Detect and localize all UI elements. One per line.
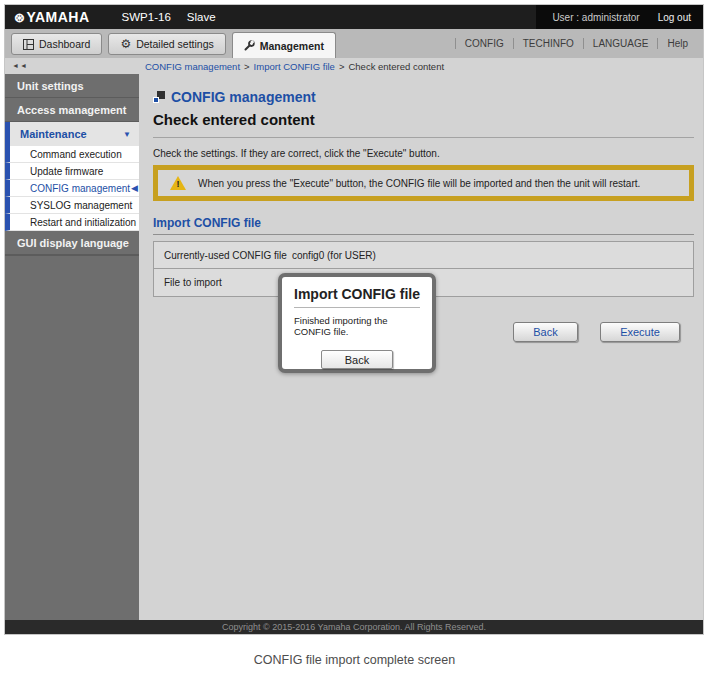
- breadcrumb-separator: >: [244, 61, 250, 72]
- sidebar-item-unit-settings[interactable]: Unit settings: [5, 74, 139, 98]
- stack-mode-label: Slave: [187, 11, 216, 23]
- utility-links: CONFIG TECHINFO LANGUAGE Help: [455, 29, 697, 58]
- row-value: config0 (for USER): [292, 250, 376, 261]
- copyright-text: Copyright © 2015-2016 Yamaha Corporation…: [222, 622, 486, 632]
- tab-dashboard-label: Dashboard: [39, 38, 90, 50]
- breadcrumb: CONFIG management > Import CONFIG file >…: [5, 61, 444, 72]
- execute-button[interactable]: Execute: [600, 322, 680, 342]
- link-config[interactable]: CONFIG: [456, 38, 513, 49]
- sidebar-item-config-management[interactable]: CONFIG management ◀: [5, 180, 139, 197]
- sidebar-item-restart-and-initialization[interactable]: Restart and initialization: [5, 214, 139, 231]
- section-heading-label: CONFIG management: [171, 89, 316, 105]
- dialog-actions: Back: [294, 350, 420, 369]
- figure-caption: CONFIG file import complete screen: [0, 653, 709, 667]
- row-label: Currently-used CONFIG file: [154, 250, 292, 261]
- tab-bar: Dashboard ⚙ Detailed settings Management…: [5, 29, 703, 58]
- dialog-title: Import CONFIG file: [294, 286, 420, 308]
- sidebar-collapse-icon[interactable]: ◄◄: [12, 62, 28, 69]
- sidebar-item-label: CONFIG management: [30, 183, 130, 194]
- sidebar-item-label: Restart and initialization: [30, 217, 136, 228]
- sidebar-item-label: Unit settings: [17, 80, 84, 92]
- sidebar-item-syslog-management[interactable]: SYSLOG management: [5, 197, 139, 214]
- dialog-message: Finished importing the CONFIG file.: [294, 315, 420, 337]
- sidebar-item-label: Update firmware: [30, 166, 103, 177]
- tab-detailed-settings[interactable]: ⚙ Detailed settings: [108, 33, 225, 55]
- yamaha-logo: ⊛ YAMAHA: [14, 9, 90, 25]
- tab-management[interactable]: Management: [232, 32, 336, 58]
- app-window: ⊛ YAMAHA SWP1-16 Slave User : administra…: [4, 4, 704, 635]
- subsection-title: Import CONFIG file: [153, 216, 694, 235]
- sidebar-item-update-firmware[interactable]: Update firmware: [5, 163, 139, 180]
- dashboard-icon: [23, 39, 34, 50]
- link-techinfo[interactable]: TECHINFO: [514, 38, 583, 49]
- warning-banner: When you press the "Execute" button, the…: [153, 165, 694, 201]
- window-icon: [153, 91, 165, 103]
- link-language[interactable]: LANGUAGE: [584, 38, 658, 49]
- breadcrumb-import-config-file[interactable]: Import CONFIG file: [254, 61, 335, 72]
- tab-dashboard[interactable]: Dashboard: [11, 33, 102, 55]
- session-area: User : administrator Log out: [536, 5, 703, 29]
- sidebar-item-label: SYSLOG management: [30, 200, 132, 211]
- chevron-down-icon: ▼: [123, 130, 131, 139]
- sidebar-item-gui-display-language[interactable]: GUI display language: [5, 231, 139, 255]
- logged-in-user: User : administrator: [552, 12, 639, 23]
- table-row: Currently-used CONFIG file config0 (for …: [154, 242, 693, 269]
- top-bar: ⊛ YAMAHA SWP1-16 Slave User : administra…: [5, 5, 703, 29]
- back-button[interactable]: Back: [513, 322, 578, 342]
- sidebar-item-label: Command execution: [30, 149, 122, 160]
- divider: [153, 137, 694, 138]
- tab-detailed-settings-label: Detailed settings: [136, 38, 214, 50]
- breadcrumb-row: ◄◄ CONFIG management > Import CONFIG fil…: [5, 58, 703, 74]
- row-label: File to import: [154, 277, 292, 288]
- import-complete-dialog: Import CONFIG file Finished importing th…: [278, 273, 436, 373]
- gear-icon: ⚙: [120, 38, 131, 50]
- sidebar-item-label: Access management: [17, 104, 126, 116]
- tab-management-label: Management: [260, 40, 324, 52]
- sidebar-item-label: Maintenance: [20, 128, 87, 140]
- sidebar-item-maintenance[interactable]: Maintenance ▼: [5, 122, 139, 146]
- wrench-icon: [244, 40, 255, 51]
- section-heading: CONFIG management: [153, 89, 694, 105]
- yamaha-tuning-fork-icon: ⊛: [14, 10, 25, 25]
- yamaha-logo-text: YAMAHA: [26, 9, 89, 25]
- footer: Copyright © 2015-2016 Yamaha Corporation…: [5, 620, 703, 634]
- breadcrumb-current-page: Check entered content: [348, 61, 444, 72]
- instruction-text: Check the settings. If they are correct,…: [153, 148, 694, 159]
- page-title: Check entered content: [153, 111, 694, 128]
- breadcrumb-separator: >: [339, 61, 345, 72]
- sidebar-item-label: GUI display language: [17, 237, 129, 249]
- warning-triangle-icon: [170, 176, 186, 190]
- breadcrumb-config-management[interactable]: CONFIG management: [145, 61, 240, 72]
- model-name: SWP1-16: [122, 11, 171, 23]
- link-help[interactable]: Help: [658, 38, 697, 49]
- dialog-back-button[interactable]: Back: [321, 350, 393, 369]
- logout-link[interactable]: Log out: [658, 12, 691, 23]
- sidebar: Unit settings Access management Maintena…: [5, 74, 139, 620]
- selected-item-arrow-icon: ◀: [131, 183, 138, 193]
- sidebar-filler: [5, 255, 139, 620]
- sidebar-item-access-management[interactable]: Access management: [5, 98, 139, 122]
- sidebar-item-command-execution[interactable]: Command execution: [5, 146, 139, 163]
- warning-text: When you press the "Execute" button, the…: [198, 178, 640, 189]
